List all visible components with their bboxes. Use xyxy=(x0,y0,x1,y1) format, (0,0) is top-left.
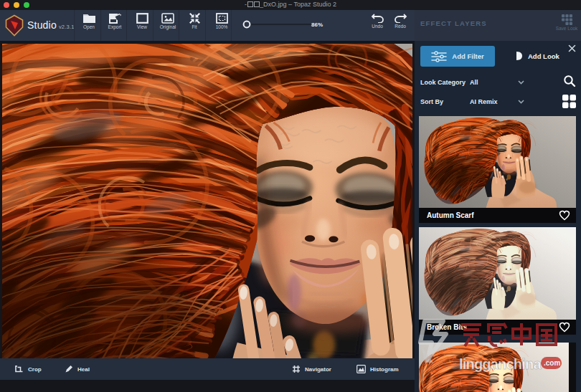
svg-text:lingganchina: lingganchina xyxy=(459,356,542,372)
svg-text:.com: .com xyxy=(544,359,560,367)
